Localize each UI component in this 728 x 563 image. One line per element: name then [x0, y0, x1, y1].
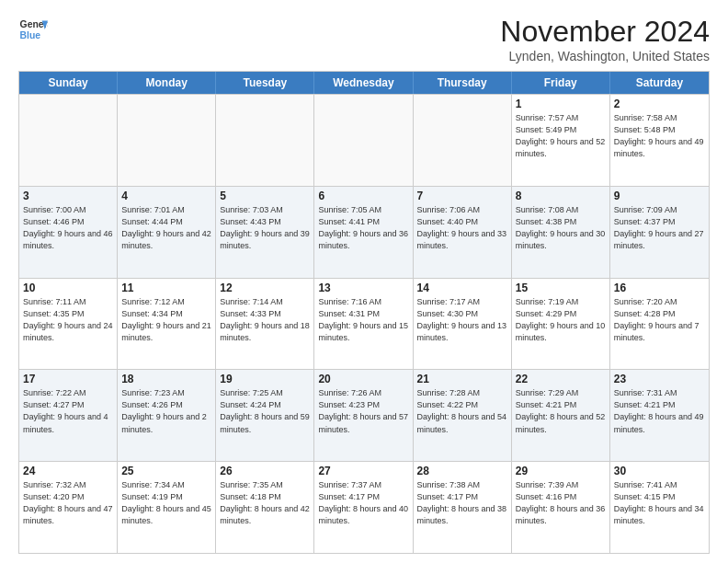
cal-cell: 29Sunrise: 7:39 AM Sunset: 4:16 PM Dayli…	[512, 462, 610, 553]
cell-info: Sunrise: 7:00 AM Sunset: 4:46 PM Dayligh…	[23, 204, 113, 252]
calendar: Sunday Monday Tuesday Wednesday Thursday…	[18, 71, 710, 554]
cal-cell: 11Sunrise: 7:12 AM Sunset: 4:34 PM Dayli…	[118, 279, 216, 370]
cal-cell: 20Sunrise: 7:26 AM Sunset: 4:23 PM Dayli…	[314, 370, 413, 461]
month-title: November 2024	[500, 15, 710, 49]
header-friday: Friday	[512, 72, 610, 94]
day-number: 5	[220, 190, 310, 202]
cell-info: Sunrise: 7:32 AM Sunset: 4:20 PM Dayligh…	[23, 479, 113, 527]
header: General Blue November 2024 Lynden, Washi…	[18, 15, 710, 63]
cal-week-0: 1Sunrise: 7:57 AM Sunset: 5:49 PM Daylig…	[19, 94, 709, 186]
cell-info: Sunrise: 7:19 AM Sunset: 4:29 PM Dayligh…	[516, 296, 606, 344]
cell-info: Sunrise: 7:12 AM Sunset: 4:34 PM Dayligh…	[121, 296, 211, 344]
cell-info: Sunrise: 7:58 AM Sunset: 5:48 PM Dayligh…	[614, 112, 705, 160]
day-number: 2	[614, 98, 705, 110]
title-block: November 2024 Lynden, Washington, United…	[500, 15, 710, 63]
cal-week-3: 17Sunrise: 7:22 AM Sunset: 4:27 PM Dayli…	[19, 369, 709, 461]
cell-info: Sunrise: 7:01 AM Sunset: 4:44 PM Dayligh…	[121, 204, 211, 252]
cal-cell: 22Sunrise: 7:29 AM Sunset: 4:21 PM Dayli…	[512, 370, 610, 461]
cal-cell: 15Sunrise: 7:19 AM Sunset: 4:29 PM Dayli…	[512, 279, 610, 370]
cal-cell: 8Sunrise: 7:08 AM Sunset: 4:38 PM Daylig…	[512, 187, 610, 278]
cal-cell	[314, 95, 413, 186]
cal-cell: 1Sunrise: 7:57 AM Sunset: 5:49 PM Daylig…	[512, 95, 610, 186]
cal-cell: 2Sunrise: 7:58 AM Sunset: 5:48 PM Daylig…	[610, 95, 709, 186]
header-wednesday: Wednesday	[314, 72, 413, 94]
cell-info: Sunrise: 7:26 AM Sunset: 4:23 PM Dayligh…	[318, 387, 408, 435]
day-number: 18	[121, 373, 211, 385]
cal-week-1: 3Sunrise: 7:00 AM Sunset: 4:46 PM Daylig…	[19, 186, 709, 278]
day-number: 29	[516, 465, 606, 477]
cell-info: Sunrise: 7:37 AM Sunset: 4:17 PM Dayligh…	[318, 479, 408, 527]
cell-info: Sunrise: 7:31 AM Sunset: 4:21 PM Dayligh…	[614, 387, 705, 435]
cal-cell: 13Sunrise: 7:16 AM Sunset: 4:31 PM Dayli…	[314, 279, 413, 370]
day-number: 20	[318, 373, 408, 385]
calendar-body: 1Sunrise: 7:57 AM Sunset: 5:49 PM Daylig…	[19, 94, 709, 553]
cal-cell: 17Sunrise: 7:22 AM Sunset: 4:27 PM Dayli…	[19, 370, 118, 461]
cell-info: Sunrise: 7:17 AM Sunset: 4:30 PM Dayligh…	[417, 296, 507, 344]
cal-cell: 18Sunrise: 7:23 AM Sunset: 4:26 PM Dayli…	[118, 370, 216, 461]
day-number: 8	[516, 190, 606, 202]
cell-info: Sunrise: 7:14 AM Sunset: 4:33 PM Dayligh…	[220, 296, 310, 344]
cal-cell: 23Sunrise: 7:31 AM Sunset: 4:21 PM Dayli…	[610, 370, 709, 461]
day-number: 24	[23, 465, 113, 477]
day-number: 14	[417, 282, 507, 294]
cell-info: Sunrise: 7:23 AM Sunset: 4:26 PM Dayligh…	[121, 387, 211, 435]
cal-cell: 9Sunrise: 7:09 AM Sunset: 4:37 PM Daylig…	[610, 187, 709, 278]
cal-cell: 10Sunrise: 7:11 AM Sunset: 4:35 PM Dayli…	[19, 279, 118, 370]
cell-info: Sunrise: 7:22 AM Sunset: 4:27 PM Dayligh…	[23, 387, 113, 435]
cal-cell: 5Sunrise: 7:03 AM Sunset: 4:43 PM Daylig…	[216, 187, 314, 278]
cell-info: Sunrise: 7:38 AM Sunset: 4:17 PM Dayligh…	[417, 479, 507, 527]
day-number: 11	[121, 282, 211, 294]
cell-info: Sunrise: 7:16 AM Sunset: 4:31 PM Dayligh…	[318, 296, 408, 344]
cell-info: Sunrise: 7:03 AM Sunset: 4:43 PM Dayligh…	[220, 204, 310, 252]
day-number: 16	[614, 282, 705, 294]
header-sunday: Sunday	[19, 72, 118, 94]
day-number: 4	[121, 190, 211, 202]
cell-info: Sunrise: 7:09 AM Sunset: 4:37 PM Dayligh…	[614, 204, 705, 252]
cal-cell: 14Sunrise: 7:17 AM Sunset: 4:30 PM Dayli…	[414, 279, 512, 370]
day-number: 13	[318, 282, 408, 294]
day-number: 25	[121, 465, 211, 477]
day-number: 22	[516, 373, 606, 385]
logo: General Blue	[18, 15, 48, 44]
cell-info: Sunrise: 7:20 AM Sunset: 4:28 PM Dayligh…	[614, 296, 705, 344]
cal-cell	[118, 95, 216, 186]
day-number: 30	[614, 465, 705, 477]
cell-info: Sunrise: 7:06 AM Sunset: 4:40 PM Dayligh…	[417, 204, 507, 252]
day-number: 26	[220, 465, 310, 477]
cal-cell: 12Sunrise: 7:14 AM Sunset: 4:33 PM Dayli…	[216, 279, 314, 370]
page: General Blue November 2024 Lynden, Washi…	[0, 0, 728, 563]
day-number: 10	[23, 282, 113, 294]
cal-cell: 30Sunrise: 7:41 AM Sunset: 4:15 PM Dayli…	[610, 462, 709, 553]
cal-cell: 21Sunrise: 7:28 AM Sunset: 4:22 PM Dayli…	[414, 370, 512, 461]
svg-text:Blue: Blue	[20, 30, 41, 40]
day-number: 1	[516, 98, 606, 110]
cell-info: Sunrise: 7:29 AM Sunset: 4:21 PM Dayligh…	[516, 387, 606, 435]
day-number: 3	[23, 190, 113, 202]
cal-cell: 25Sunrise: 7:34 AM Sunset: 4:19 PM Dayli…	[118, 462, 216, 553]
location: Lynden, Washington, United States	[500, 49, 710, 63]
cell-info: Sunrise: 7:08 AM Sunset: 4:38 PM Dayligh…	[516, 204, 606, 252]
cell-info: Sunrise: 7:57 AM Sunset: 5:49 PM Dayligh…	[516, 112, 606, 160]
day-number: 19	[220, 373, 310, 385]
cal-cell: 27Sunrise: 7:37 AM Sunset: 4:17 PM Dayli…	[314, 462, 413, 553]
cell-info: Sunrise: 7:11 AM Sunset: 4:35 PM Dayligh…	[23, 296, 113, 344]
cell-info: Sunrise: 7:41 AM Sunset: 4:15 PM Dayligh…	[614, 479, 705, 527]
header-saturday: Saturday	[610, 72, 709, 94]
cal-week-2: 10Sunrise: 7:11 AM Sunset: 4:35 PM Dayli…	[19, 278, 709, 370]
cal-cell: 6Sunrise: 7:05 AM Sunset: 4:41 PM Daylig…	[314, 187, 413, 278]
day-number: 21	[417, 373, 507, 385]
logo-icon: General Blue	[18, 15, 48, 44]
cell-info: Sunrise: 7:35 AM Sunset: 4:18 PM Dayligh…	[220, 479, 310, 527]
cal-cell: 7Sunrise: 7:06 AM Sunset: 4:40 PM Daylig…	[414, 187, 512, 278]
cell-info: Sunrise: 7:25 AM Sunset: 4:24 PM Dayligh…	[220, 387, 310, 435]
day-number: 27	[318, 465, 408, 477]
cal-cell: 24Sunrise: 7:32 AM Sunset: 4:20 PM Dayli…	[19, 462, 118, 553]
day-number: 17	[23, 373, 113, 385]
day-number: 23	[614, 373, 705, 385]
cal-cell	[414, 95, 512, 186]
cell-info: Sunrise: 7:39 AM Sunset: 4:16 PM Dayligh…	[516, 479, 606, 527]
cal-cell: 4Sunrise: 7:01 AM Sunset: 4:44 PM Daylig…	[118, 187, 216, 278]
day-number: 12	[220, 282, 310, 294]
header-tuesday: Tuesday	[216, 72, 314, 94]
cal-cell: 16Sunrise: 7:20 AM Sunset: 4:28 PM Dayli…	[610, 279, 709, 370]
